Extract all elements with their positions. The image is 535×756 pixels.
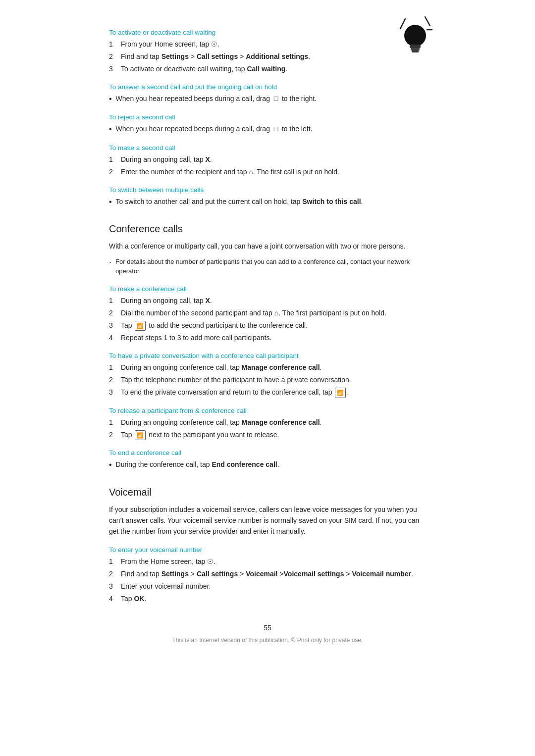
list-item: 2Enter the number of the recipient and t… (109, 167, 426, 177)
list-item: 3Tap 📶 to add the second participant to … (109, 320, 426, 331)
heading-end-conference-call: To end a conference call (109, 449, 426, 456)
list-item: 4Tap OK. (109, 594, 426, 604)
list-release-participant: 1During an ongoing conference call, tap … (109, 417, 426, 441)
heading-make-second-call: To make a second call (109, 144, 426, 151)
list-item: 1From the Home screen, tap ☉. (109, 556, 426, 567)
conference-add-icon: 📶 (135, 321, 146, 331)
section-make-second-call: To make a second call 1During an ongoing… (109, 144, 426, 177)
list-item: 2Dial the number of the second participa… (109, 308, 426, 318)
list-enter-voicemail-number: 1From the Home screen, tap ☉. 2Find and … (109, 556, 426, 604)
list-item: To switch to another call and put the cu… (109, 197, 426, 207)
list-make-conference-call: 1During an ongoing call, tap X. 2Dial th… (109, 296, 426, 344)
section-private-conversation: To have a private conversation with a co… (109, 352, 426, 398)
list-item: When you hear repeated beeps during a ca… (109, 124, 426, 135)
list-answer-second-call: When you hear repeated beeps during a ca… (109, 94, 426, 104)
list-item: 3Enter your voicemail number. (109, 581, 426, 592)
svg-rect-4 (410, 45, 421, 48)
list-item: 1During an ongoing call, tap X. (109, 154, 426, 165)
list-item: 2Tap 📶 next to the participant you want … (109, 430, 426, 441)
list-activate-call-waiting: 1From your Home screen, tap ☉. 2Find and… (109, 39, 426, 74)
conference-calls-note: For details about the number of particip… (109, 257, 426, 276)
list-item: 3To end the private conversation and ret… (109, 387, 426, 398)
heading-answer-second-call: To answer a second call and put the ongo… (109, 83, 426, 91)
heading-reject-second-call: To reject a second call (109, 113, 426, 121)
footer-text: This is an Internet version of this publ… (109, 637, 426, 644)
svg-rect-5 (411, 48, 420, 50)
svg-point-3 (404, 25, 426, 47)
section-reject-second-call: To reject a second call When you hear re… (109, 113, 426, 135)
release-icon: 📶 (135, 430, 146, 441)
heading-activate-call-waiting: To activate or deactivate call waiting (109, 29, 426, 36)
section-make-conference-call: To make a conference call 1During an ong… (109, 285, 426, 344)
conference-calls-intro: With a conference or multiparty call, yo… (109, 241, 426, 252)
list-item: When you hear repeated beeps during a ca… (109, 94, 426, 104)
section-answer-second-call: To answer a second call and put the ongo… (109, 83, 426, 104)
list-private-conversation: 1During an ongoing conference call, tap … (109, 362, 426, 398)
page-number: 55 (109, 624, 426, 632)
list-item: 1During an ongoing conference call, tap … (109, 362, 426, 373)
list-reject-second-call: When you hear repeated beeps during a ca… (109, 124, 426, 135)
heading-release-participant: To release a participant from & conferen… (109, 407, 426, 414)
list-item: 3To activate or deactivate call waiting,… (109, 64, 426, 74)
list-item: During the conference call, tap End conf… (109, 459, 426, 470)
svg-line-1 (425, 17, 430, 26)
list-item: 4Repeat steps 1 to 3 to add more call pa… (109, 333, 426, 343)
voicemail-intro: If your subscription includes a voicemai… (109, 504, 426, 537)
heading-enter-voicemail-number: To enter your voicemail number (109, 546, 426, 554)
svg-rect-6 (412, 50, 419, 52)
list-item: 1During an ongoing call, tap X. (109, 296, 426, 306)
section-switch-calls: To switch between multiple calls To swit… (109, 186, 426, 207)
conference-return-icon: 📶 (335, 388, 346, 398)
section-title-conference-calls: Conference calls (109, 223, 426, 235)
list-item: 2Tap the telephone number of the partici… (109, 375, 426, 385)
list-item: 1During an ongoing conference call, tap … (109, 417, 426, 428)
section-enter-voicemail-number: To enter your voicemail number 1From the… (109, 546, 426, 604)
svg-line-0 (400, 19, 405, 29)
section-activate-call-waiting: To activate or deactivate call waiting 1… (109, 29, 426, 74)
list-item: 1From your Home screen, tap ☉. (109, 39, 426, 50)
heading-make-conference-call: To make a conference call (109, 285, 426, 293)
list-item: 2Find and tap Settings > Call settings >… (109, 569, 426, 579)
list-make-second-call: 1During an ongoing call, tap X. 2Enter t… (109, 154, 426, 177)
list-end-conference-call: During the conference call, tap End conf… (109, 459, 426, 470)
list-switch-calls: To switch to another call and put the cu… (109, 197, 426, 207)
list-item: 2Find and tap Settings > Call settings >… (109, 51, 426, 62)
heading-private-conversation: To have a private conversation with a co… (109, 352, 426, 359)
section-release-participant: To release a participant from & conferen… (109, 407, 426, 441)
section-title-voicemail: Voicemail (109, 487, 426, 498)
section-end-conference-call: To end a conference call During the conf… (109, 449, 426, 470)
heading-switch-calls: To switch between multiple calls (109, 186, 426, 194)
